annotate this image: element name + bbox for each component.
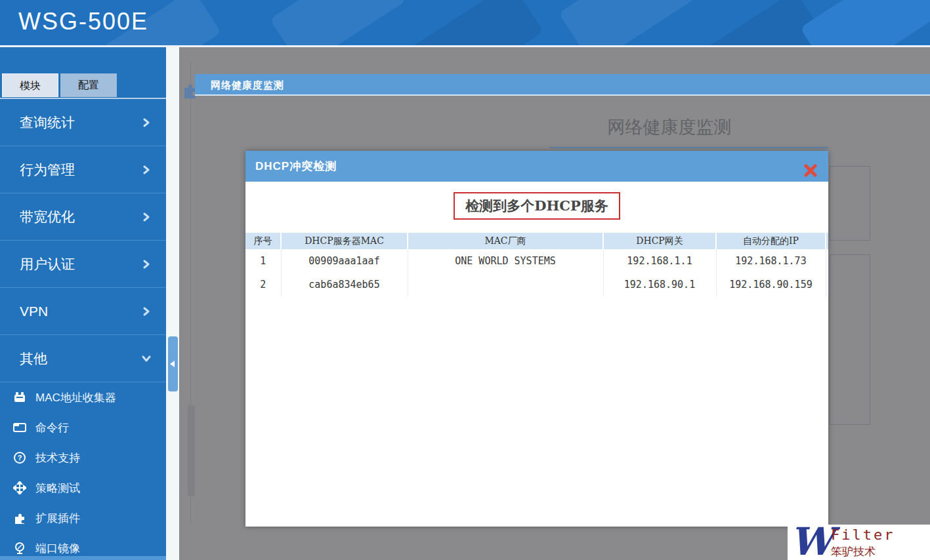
column-header: DHCP服务器MAC — [281, 233, 408, 249]
chevron-right-icon — [141, 306, 152, 317]
sidebar-item-label: MAC地址收集器 — [35, 390, 116, 405]
dimmed-panel-top-border — [550, 147, 828, 148]
column-header-filler — [826, 233, 828, 249]
tab-config[interactable]: 配置 — [60, 73, 117, 97]
support-icon: ? — [13, 451, 28, 464]
cell-gateway: 192.168.90.1 — [603, 273, 716, 296]
chevron-down-icon — [141, 353, 152, 364]
sidebar-item-behavior-mgmt[interactable]: 行为管理 — [0, 146, 166, 193]
port-mirror-icon — [13, 542, 28, 555]
cell-index: 1 — [245, 249, 281, 273]
policy-test-icon — [13, 481, 28, 494]
chevron-right-icon — [141, 259, 152, 270]
vendor-watermark: W Filter 笨驴技术 — [788, 525, 930, 560]
top-banner: WSG-500E — [0, 0, 930, 47]
page-header-bar: 网络健康度监测 — [195, 74, 930, 96]
cell-filler — [826, 249, 828, 273]
cell-gateway: 192.168.1.1 — [603, 249, 716, 273]
table-header-row: 序号 DHCP服务器MAC MAC厂商 DHCP网关 自动分配的IP — [245, 233, 828, 249]
keyboard-key-decoration — [270, 0, 406, 47]
close-icon[interactable] — [803, 159, 818, 173]
sidebar-gutter — [166, 47, 179, 560]
mac-collector-icon — [13, 391, 28, 404]
alert-message: 检测到多个DHCP服务 — [454, 192, 620, 220]
keyboard-key-decoration — [402, 0, 544, 47]
svg-text:?: ? — [18, 454, 22, 462]
sidebar-item-label: 扩展插件 — [35, 511, 80, 526]
sidebar-item-tech-support[interactable]: ? 技术支持 — [0, 443, 166, 473]
dhcp-table: 序号 DHCP服务器MAC MAC厂商 DHCP网关 自动分配的IP 1 009… — [245, 233, 828, 296]
dimmed-scrollbar — [188, 405, 195, 496]
modal-title: DHCP冲突检测 — [255, 160, 337, 172]
dimmed-panel-outline — [830, 166, 870, 241]
watermark-company: 笨驴技术 — [831, 544, 876, 559]
sidebar-item-query-stats[interactable]: 查询统计 — [0, 99, 166, 146]
column-header: 自动分配的IP — [716, 233, 826, 249]
sidebar-item-policy-test[interactable]: 策略测试 — [0, 473, 166, 503]
table-row: 1 00909aaa1aaf ONE WORLD SYSTEMS 192.168… — [245, 249, 828, 273]
dimmed-page-title: 网络健康度监测 — [538, 115, 801, 139]
sidebar-tabs: 模块 配置 — [0, 73, 166, 97]
chevron-right-icon — [141, 165, 152, 175]
sidebar-item-bandwidth-opt[interactable]: 带宽优化 — [0, 193, 166, 241]
watermark-brand: Filter — [831, 527, 895, 543]
chevron-right-icon — [141, 212, 152, 222]
chevron-right-icon — [141, 117, 152, 128]
sidebar-item-label: 带宽优化 — [20, 209, 75, 224]
tab-modules[interactable]: 模块 — [2, 73, 58, 97]
wfilter-logo: W — [790, 525, 833, 560]
sidebar-item-label: 查询统计 — [20, 115, 75, 130]
sidebar-item-mac-collector[interactable]: MAC地址收集器 — [0, 382, 166, 412]
modal-titlebar: DHCP冲突检测 — [245, 151, 828, 182]
sidebar-item-label: 端口镜像 — [35, 541, 80, 556]
sidebar-item-label: 技术支持 — [35, 450, 80, 466]
collapse-arrow-icon — [170, 361, 175, 367]
dimmed-panel-outline — [830, 254, 870, 425]
sidebar-item-vpn[interactable]: VPN — [0, 288, 166, 335]
sidebar-menu: 查询统计 行为管理 带宽优化 用户认证 — [0, 99, 166, 382]
sidebar-item-user-auth[interactable]: 用户认证 — [0, 241, 166, 288]
sidebar-submenu-other: MAC地址收集器 命令行 ? 技术支持 策略测试 — [0, 382, 166, 560]
dhcp-conflict-modal: DHCP冲突检测 检测到多个DHCP服务 序号 DHCP服务器MAC MAC厂商… — [245, 151, 828, 527]
page-header-title: 网络健康度监测 — [211, 79, 284, 90]
command-line-icon — [13, 421, 28, 434]
cell-assigned-ip: 192.168.90.159 — [716, 273, 826, 296]
sidebar-collapse-handle[interactable] — [168, 336, 178, 391]
table-row: 2 cab6a834eb65 192.168.90.1 192.168.90.1… — [245, 273, 828, 296]
cell-mac-vendor: ONE WORLD SYSTEMS — [408, 249, 603, 273]
column-header: 序号 — [245, 233, 281, 249]
keyboard-key-decoration — [559, 0, 708, 47]
column-header: MAC厂商 — [408, 233, 603, 249]
sidebar-item-command-line[interactable]: 命令行 — [0, 412, 166, 443]
cell-mac-vendor — [408, 273, 603, 296]
cell-index: 2 — [245, 273, 281, 296]
cell-assigned-ip: 192.168.1.73 — [716, 249, 826, 273]
plugin-icon — [13, 511, 28, 525]
sidebar-item-label: 用户认证 — [20, 256, 75, 271]
sidebar-item-label: 命令行 — [35, 420, 69, 435]
cell-server-mac: 00909aaa1aaf — [281, 249, 408, 273]
sidebar-item-extensions[interactable]: 扩展插件 — [0, 503, 166, 533]
app-logo: WSG-500E — [18, 8, 148, 35]
sidebar-item-label: VPN — [20, 304, 48, 319]
partially-visible-item — [0, 556, 166, 560]
sidebar-item-other[interactable]: 其他 — [0, 335, 166, 382]
sidebar: 模块 配置 查询统计 行为管理 带宽优化 — [0, 47, 166, 560]
column-header: DHCP网关 — [603, 233, 716, 249]
sidebar-item-label: 策略测试 — [35, 481, 80, 496]
cell-server-mac: cab6a834eb65 — [281, 273, 408, 296]
app-window: WSG-500E 网络健康度监测 网络健康度监测 模块 配置 查询统计 — [0, 0, 930, 560]
sidebar-item-label: 其他 — [20, 351, 47, 366]
keyboard-key-decoration — [800, 0, 930, 47]
cell-filler — [826, 273, 828, 296]
sidebar-item-label: 行为管理 — [20, 162, 75, 177]
